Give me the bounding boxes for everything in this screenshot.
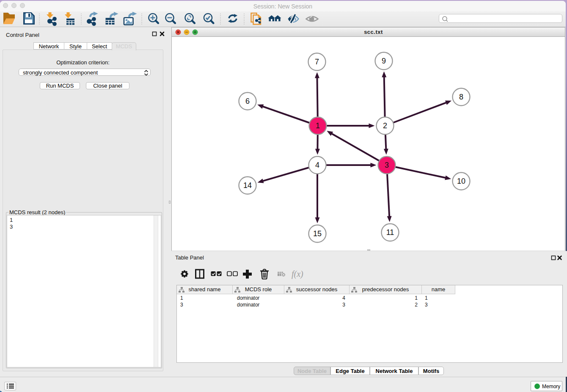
svg-text:7: 7 bbox=[315, 58, 319, 66]
svg-text:3: 3 bbox=[385, 161, 389, 169]
svg-text:14: 14 bbox=[243, 181, 252, 190]
svg-text:f(x): f(x) bbox=[292, 269, 303, 279]
svg-text:1: 1 bbox=[316, 121, 320, 130]
svg-text:15: 15 bbox=[313, 229, 322, 238]
svg-text:10: 10 bbox=[457, 177, 465, 185]
svg-text:8: 8 bbox=[459, 93, 463, 101]
svg-text:6: 6 bbox=[245, 97, 250, 105]
svg-text:9: 9 bbox=[382, 57, 386, 65]
svg-text:11: 11 bbox=[386, 228, 394, 237]
svg-text:2: 2 bbox=[383, 121, 387, 130]
svg-text:4: 4 bbox=[315, 161, 319, 169]
